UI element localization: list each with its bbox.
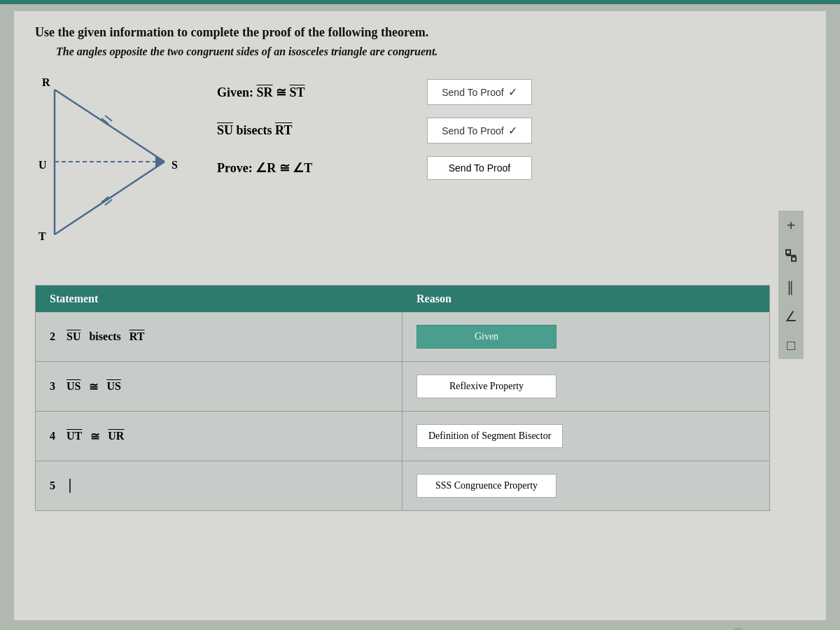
reason-box-3[interactable]: Reflexive Property <box>416 374 556 398</box>
svg-line-6 <box>55 162 164 234</box>
svg-text:U: U <box>38 159 47 171</box>
send-to-proof-label-2: Send To Proof <box>442 125 503 136</box>
reason-4: Definition of Segment Bisector <box>402 417 769 455</box>
table-row: 2 SU bisects RT Given <box>36 312 769 362</box>
send-to-proof-label-3: Send To Proof <box>449 162 510 174</box>
given2-text: SU bisects RT <box>217 123 413 138</box>
statement-header: Statement <box>36 286 402 312</box>
statement-5: 5 <box>36 461 402 510</box>
reason-box-2[interactable]: Given <box>416 325 556 349</box>
cursor <box>69 479 71 493</box>
reason-3: Reflexive Property <box>402 368 769 405</box>
fraction-icon[interactable] <box>784 247 798 266</box>
statement-4: 4 UT ≅ UR <box>36 412 402 461</box>
send-to-proof-label-1: Send To Proof <box>442 87 503 98</box>
svg-line-5 <box>55 90 164 162</box>
statement-3: 3 US ≅ US <box>36 362 402 411</box>
reason-2: Given <box>402 318 769 356</box>
send-to-proof-btn-3[interactable]: Send To Proof <box>427 156 532 180</box>
svg-text:T: T <box>38 230 46 242</box>
svg-line-11 <box>105 115 112 121</box>
prove-row: Prove: ∠R ≅ ∠T Send To Proof <box>217 156 805 180</box>
send-to-proof-btn-2[interactable]: Send To Proof ✓ <box>427 118 532 144</box>
instruction-subtitle: The angles opposite the two congruent si… <box>56 46 805 58</box>
svg-text:S: S <box>172 159 178 171</box>
svg-rect-14 <box>786 250 790 254</box>
given1-text: Given: SR ≅ ST <box>217 85 413 100</box>
square-icon[interactable]: □ <box>784 337 798 354</box>
checkmark-1: ✓ <box>508 85 517 99</box>
table-row: 3 US ≅ US Reflexive Property <box>36 362 769 412</box>
right-sidebar: + ∥ ∠ □ <box>778 211 804 359</box>
proof-header: Statement Reason <box>36 286 769 312</box>
angle-icon[interactable]: ∠ <box>784 308 798 325</box>
given-prove-section: Given: SR ≅ ST Send To Proof ✓ SU bisect… <box>217 72 805 271</box>
main-container: Use the given information to complete th… <box>14 11 826 620</box>
svg-rect-16 <box>792 257 796 261</box>
triangle-diagram: R T U S <box>35 72 196 268</box>
given-row-1: Given: SR ≅ ST Send To Proof ✓ <box>217 79 805 105</box>
table-row: 5 SSS Congruence Property <box>36 461 769 510</box>
statement-2: 2 SU bisects RT <box>36 312 402 361</box>
svg-text:R: R <box>42 76 50 88</box>
proof-table: Statement Reason 2 SU bisects RT Given 3… <box>35 285 770 511</box>
reason-header: Reason <box>402 286 769 312</box>
reason-box-5[interactable]: SSS Congruence Property <box>416 474 556 498</box>
prove-text: Prove: ∠R ≅ ∠T <box>217 160 413 176</box>
plus-icon[interactable]: + <box>784 216 798 234</box>
reason-box-4[interactable]: Definition of Segment Bisector <box>416 424 563 448</box>
reason-5: SSS Congruence Property <box>402 467 769 505</box>
parallel-icon[interactable]: ∥ <box>784 279 798 295</box>
instruction-title: Use the given information to complete th… <box>35 25 805 40</box>
content-area: R T U S <box>35 72 805 271</box>
send-to-proof-btn-1[interactable]: Send To Proof ✓ <box>427 79 532 105</box>
top-bar <box>0 0 840 4</box>
table-row: 4 UT ≅ UR Definition of Segment Bisector <box>36 412 769 461</box>
checkmark-2: ✓ <box>508 124 517 137</box>
given-row-2: SU bisects RT Send To Proof ✓ <box>217 118 805 144</box>
triangle-area: R T U S <box>35 72 203 271</box>
